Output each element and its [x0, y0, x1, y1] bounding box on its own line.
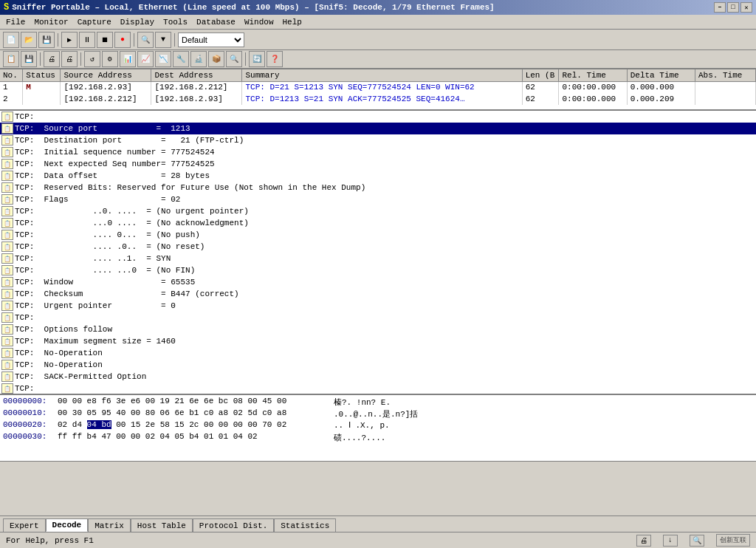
- decode-line[interactable]: 📋TCP: Reserved Bits: Reserved for Future…: [0, 182, 756, 193]
- record-button[interactable]: ●: [114, 32, 131, 48]
- decode-line-text: TCP: Flags = 02: [15, 195, 180, 204]
- decode-line[interactable]: 📋TCP: Checksum = B447 (correct): [0, 288, 756, 300]
- decode-line[interactable]: 📋TCP: ..0. .... = (No urgent pointer): [0, 205, 756, 217]
- decode-line-icon: 📋: [1, 147, 13, 157]
- status-icon-3[interactable]: 🔍: [690, 535, 704, 547]
- decode-line-text: TCP: Maximum segment size = 1460: [15, 337, 176, 346]
- maximize-button[interactable]: □: [727, 2, 739, 13]
- decode-line[interactable]: 📋TCP: Next expected Seq number= 77752452…: [0, 158, 756, 170]
- decode-line-text: TCP: .... ..1. = SYN: [15, 254, 171, 263]
- packet-table-container: No. Status Source Address Dest Address S…: [0, 69, 756, 111]
- hex-ascii: .. Ⅰ .X., p.: [334, 420, 390, 432]
- decode-line[interactable]: 📋TCP: .... .0.. = (No reset): [0, 241, 756, 253]
- tb2-btn13[interactable]: 🔍: [226, 51, 242, 67]
- table-header-row: No. Status Source Address Dest Address S…: [0, 69, 756, 81]
- decode-line[interactable]: 📋TCP: Options follow: [0, 323, 756, 335]
- decode-line[interactable]: 📋TCP: .... 0... = (No push): [0, 229, 756, 241]
- hex-addr: 00000020:: [3, 420, 55, 432]
- menu-item-file[interactable]: File: [3, 17, 28, 27]
- cell-src: [192.168.2.212]: [61, 93, 151, 105]
- decode-line-text: TCP: .... ...0 = (No FIN): [15, 266, 195, 275]
- tb2-btn7[interactable]: 📊: [120, 51, 136, 67]
- decode-line-icon: 📋: [1, 312, 13, 323]
- decode-line[interactable]: 📋TCP: Source port = 1213: [0, 123, 756, 134]
- tb2-btn5[interactable]: ↺: [84, 51, 100, 67]
- decode-line-text: TCP:: [15, 112, 34, 121]
- decode-line[interactable]: 📋TCP: Initial sequence number = 77752452…: [0, 146, 756, 158]
- cell-len: 62: [522, 81, 559, 93]
- tb2-btn15[interactable]: ❓: [267, 51, 283, 67]
- decode-line[interactable]: 📋TCP:: [0, 383, 756, 394]
- new-button[interactable]: 📄: [3, 32, 19, 48]
- decode-line[interactable]: 📋TCP: No-Operation: [0, 359, 756, 371]
- decode-line-text: TCP: Source port = 1213: [15, 124, 190, 133]
- tab-expert[interactable]: Expert: [3, 518, 46, 532]
- tab-decode[interactable]: Decode: [46, 518, 89, 532]
- tb2-btn6[interactable]: ⚙: [102, 51, 118, 67]
- hex-row: 00000010:00 30 05 95 40 00 80 06 6e b1 c…: [3, 408, 753, 420]
- decode-line-icon: 📋: [1, 265, 13, 275]
- close-button[interactable]: ✕: [740, 2, 752, 13]
- tb2-btn1[interactable]: 📋: [3, 51, 19, 67]
- open-button[interactable]: 📂: [21, 32, 37, 48]
- status-bar: For Help, press F1 🖨 ↓ 🔍 创新互联: [0, 532, 756, 548]
- pause-button[interactable]: ⏸: [79, 32, 95, 48]
- tb2-btn11[interactable]: 🔬: [190, 51, 207, 67]
- decode-line[interactable]: 📋TCP: Data offset = 28 bytes: [0, 170, 756, 182]
- decode-line[interactable]: 📋TCP: .... ...0 = (No FIN): [0, 264, 756, 276]
- col-header-delta: Delta Time: [627, 69, 695, 81]
- table-row[interactable]: 2[192.168.2.212][192.168.2.93]TCP: D=121…: [0, 93, 756, 105]
- decode-line[interactable]: 📋TCP:: [0, 312, 756, 323]
- tab-statistics[interactable]: Statistics: [274, 518, 336, 532]
- tb2-btn10[interactable]: 🔧: [173, 51, 189, 67]
- hex-highlight: 04 bd: [87, 420, 111, 429]
- filter-button[interactable]: ▼: [155, 32, 171, 48]
- menu-item-monitor[interactable]: Monitor: [31, 17, 71, 27]
- stop-button[interactable]: ⏹: [97, 32, 113, 48]
- tb2-btn9[interactable]: 📉: [155, 51, 171, 67]
- decode-line[interactable]: 📋TCP: Urgent pointer = 0: [0, 300, 756, 312]
- decode-line[interactable]: 📋TCP: SACK-Permitted Option: [0, 371, 756, 383]
- tb2-btn3[interactable]: 🖨: [44, 51, 60, 67]
- decode-line[interactable]: 📋TCP:: [0, 111, 756, 123]
- status-icon-2[interactable]: ↓: [663, 535, 678, 547]
- tab-protocol-dist.[interactable]: Protocol Dist.: [193, 518, 274, 532]
- decode-line[interactable]: 📋TCP: No-Operation: [0, 347, 756, 359]
- decode-line[interactable]: 📋TCP: Maximum segment size = 1460: [0, 335, 756, 347]
- decode-line[interactable]: 📋TCP: Flags = 02: [0, 193, 756, 205]
- tb2-btn4[interactable]: 🖨: [61, 51, 78, 67]
- menu-item-database[interactable]: Database: [193, 17, 238, 27]
- menu-item-help[interactable]: Help: [280, 17, 305, 27]
- tb2-btn12[interactable]: 📦: [208, 51, 224, 67]
- decode-line-icon: 📋: [1, 194, 13, 205]
- tab-matrix[interactable]: Matrix: [88, 518, 131, 532]
- save-button[interactable]: 💾: [38, 32, 55, 48]
- tb2-btn8[interactable]: 📈: [137, 51, 154, 67]
- decode-line[interactable]: 📋TCP: ...0 .... = (No acknowledgment): [0, 217, 756, 229]
- menu-item-display[interactable]: Display: [117, 17, 157, 27]
- decode-line-icon: 📋: [1, 230, 13, 240]
- menu-item-window[interactable]: Window: [241, 17, 277, 27]
- cell-src: [192.168.2.93]: [61, 81, 151, 93]
- tb2-btn2[interactable]: 💾: [21, 51, 37, 67]
- table-row[interactable]: 1M[192.168.2.93][192.168.2.212]TCP: D=21…: [0, 81, 756, 93]
- menu-item-tools[interactable]: Tools: [160, 17, 190, 27]
- decode-line[interactable]: 📋TCP: Destination port = 21 (FTP-ctrl): [0, 134, 756, 146]
- status-icon-1[interactable]: 🖨: [636, 535, 651, 547]
- zoom-in-button[interactable]: 🔍: [137, 32, 154, 48]
- display-dropdown[interactable]: Default: [178, 32, 244, 47]
- tb2-btn14[interactable]: 🔄: [249, 51, 265, 67]
- hex-bytes: 02 d4 04 bd 00 15 2e 58 15 2c 00 00 00 0…: [58, 420, 331, 432]
- decode-line[interactable]: 📋TCP: .... ..1. = SYN: [0, 253, 756, 264]
- decode-panel[interactable]: 📋TCP:📋TCP: Source port = 1213📋TCP: Desti…: [0, 111, 756, 395]
- tab-host-table[interactable]: Host Table: [131, 518, 193, 532]
- status-bar-right: 🖨 ↓ 🔍 创新互联: [636, 534, 750, 547]
- menu-item-capture[interactable]: Capture: [75, 17, 114, 27]
- cell-dst: [192.168.2.212]: [151, 81, 242, 93]
- decode-line-text: TCP: Data offset = 28 bytes: [15, 171, 210, 180]
- play-button[interactable]: ▶: [61, 32, 78, 48]
- decode-line[interactable]: 📋TCP: Window = 65535: [0, 276, 756, 288]
- hex-addr: 00000030:: [3, 432, 55, 444]
- minimize-button[interactable]: –: [714, 2, 726, 13]
- hex-row: 00000000:00 00 e8 f6 3e e6 00 19 21 6e 6…: [3, 397, 753, 408]
